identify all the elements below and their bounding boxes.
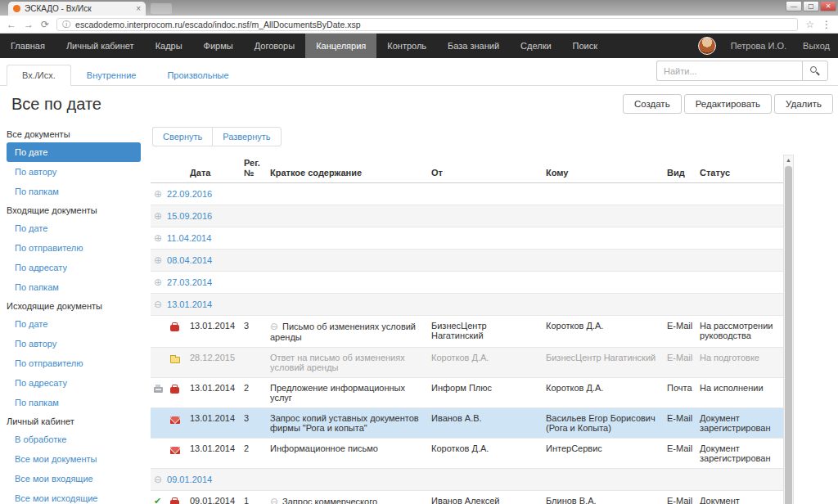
vertical-scrollbar[interactable]: ▲ ▼: [783, 155, 794, 504]
action-button-Создать[interactable]: Создать: [623, 94, 682, 114]
url-field[interactable]: ⓘ escadodemo.interprocom.ru/escado/indoc…: [56, 18, 798, 31]
sidebar-item[interactable]: По адресату: [7, 373, 141, 393]
sidebar-item[interactable]: По отправителю: [7, 353, 141, 373]
nav-item-сделки[interactable]: Сделки: [510, 34, 562, 58]
col-header-subject: Краткое содержание: [267, 155, 428, 183]
doc-row[interactable]: 28.12.2015Ответ на письмо об изменениях …: [151, 348, 783, 378]
sidebar-item[interactable]: По папкам: [7, 182, 141, 201]
scrollbar-thumb[interactable]: [785, 166, 792, 504]
doc-kind-cell: E-Mail: [664, 491, 696, 504]
doc-marker-cell: ✔: [151, 491, 167, 504]
nav-item-поиск[interactable]: Поиск: [562, 34, 608, 58]
group-row[interactable]: ⊖09.01.2014: [151, 469, 783, 491]
expand-group-icon[interactable]: ⊕: [154, 277, 162, 288]
doc-kind-cell: E-Mail: [664, 348, 696, 378]
search-button[interactable]: [802, 61, 828, 81]
tab-Произвольные[interactable]: Произвольные: [151, 65, 244, 86]
doc-status-cell: На подготовке: [696, 348, 783, 378]
doc-from-cell: Иванов Алексей Юрьевич (ИнтерСервис): [428, 491, 543, 504]
sidebar-section-header: Входящие документы: [7, 201, 141, 218]
group-date-link[interactable]: 11.04.2014: [167, 233, 211, 243]
bookmark-star-icon[interactable]: ☆: [805, 19, 814, 30]
sidebar-item[interactable]: По автору: [7, 334, 141, 353]
window-minimize-icon[interactable]: —: [786, 1, 802, 11]
search-input[interactable]: [656, 61, 802, 81]
action-button-Редактировать[interactable]: Редактировать: [684, 94, 772, 114]
tab-Внутренние[interactable]: Внутренние: [71, 65, 152, 86]
nav-item-главная[interactable]: Главная: [0, 34, 56, 58]
doc-subject-text: Предложение информационных услуг: [270, 383, 405, 403]
doc-subject-text: Письмо об изменениях условий аренды: [270, 322, 416, 342]
collapse-group-icon[interactable]: ⊖: [154, 474, 162, 485]
collapse-group-icon[interactable]: ⊖: [154, 299, 162, 310]
window-close-icon[interactable]: ✕: [820, 1, 836, 11]
window-maximize-icon[interactable]: ▢: [803, 1, 819, 11]
collapse-button-Развернуть[interactable]: Развернуть: [212, 127, 281, 146]
sidebar-item[interactable]: Все мои исходящие: [7, 488, 141, 504]
doc-row[interactable]: 13.01.20143Запрос копий уставных докумен…: [151, 408, 783, 439]
expand-group-icon[interactable]: ⊕: [154, 232, 162, 244]
module-tabs-bar: Вх./Исх.ВнутренниеПроизвольные: [0, 58, 838, 86]
collapse-button-Свернуть[interactable]: Свернуть: [152, 127, 212, 146]
tab-Вх./Исх.[interactable]: Вх./Исх.: [7, 65, 71, 86]
sidebar-item[interactable]: По дате: [7, 142, 141, 162]
sidebar-item[interactable]: По папкам: [7, 277, 141, 297]
group-row[interactable]: ⊕27.03.2014: [151, 272, 783, 294]
user-avatar[interactable]: [698, 37, 716, 55]
sidebar-item[interactable]: Все мои входящие: [7, 469, 141, 488]
logout-link[interactable]: Выход: [795, 34, 838, 58]
group-date-link[interactable]: 08.04.2014: [167, 255, 212, 265]
group-date-link[interactable]: 22.09.2016: [167, 189, 212, 199]
group-row[interactable]: ⊖13.01.2014: [151, 294, 783, 316]
col-header-to: Кому: [543, 155, 664, 183]
group-row[interactable]: ⊕11.04.2014: [151, 227, 783, 250]
nav-item-личный-кабинет[interactable]: Личный кабинет: [56, 34, 145, 58]
doc-reg-cell: 3: [241, 316, 267, 348]
sidebar-item[interactable]: В обработке: [7, 430, 141, 449]
tab-close-icon[interactable]: ×: [136, 4, 141, 13]
collapse-thread-icon[interactable]: ⊖: [270, 496, 278, 504]
user-name[interactable]: Петрова И.О.: [723, 34, 795, 58]
site-info-icon[interactable]: ⓘ: [62, 19, 70, 30]
nav-item-кадры[interactable]: Кадры: [145, 34, 193, 58]
back-icon[interactable]: ←: [7, 20, 16, 29]
doc-row[interactable]: ✔09.01.20141⊖Запрос коммерческого предло…: [151, 491, 783, 504]
nav-item-канцелярия[interactable]: Канцелярия: [305, 34, 376, 58]
doc-row[interactable]: 13.01.20142Информационное письмоКоротков…: [151, 439, 783, 469]
doc-row[interactable]: 13.01.20142Предложение информационных ус…: [151, 378, 783, 408]
group-date-link[interactable]: 09.01.2014: [167, 475, 212, 484]
sidebar-item[interactable]: По дате: [7, 314, 141, 334]
sidebar-item[interactable]: Все мои документы: [7, 449, 141, 469]
sidebar-item[interactable]: По папкам: [7, 393, 141, 412]
refresh-icon[interactable]: ⟳: [41, 20, 49, 29]
doc-date-cell: 13.01.2014: [187, 378, 241, 408]
nav-item-договоры[interactable]: Договоры: [244, 34, 305, 58]
sidebar-item[interactable]: По адресату: [7, 258, 141, 277]
expand-group-icon[interactable]: ⊕: [154, 210, 162, 222]
doc-row[interactable]: 13.01.20143⊖Письмо об изменениях условий…: [151, 316, 783, 348]
group-date-link[interactable]: 27.03.2014: [167, 277, 212, 287]
expand-group-icon[interactable]: ⊕: [154, 188, 162, 200]
doc-reg-cell: [241, 348, 267, 378]
doc-subject-cell: Ответ на письмо об изменениях условий ар…: [267, 348, 428, 378]
sidebar-item[interactable]: По дате: [7, 218, 141, 238]
sidebar-item[interactable]: По отправителю: [7, 238, 141, 258]
sidebar-item[interactable]: По автору: [7, 162, 141, 182]
nav-item-контроль[interactable]: Контроль: [376, 34, 437, 58]
browser-menu-icon[interactable]: ⋮: [822, 19, 831, 30]
collapse-thread-icon[interactable]: ⊖: [270, 321, 278, 332]
group-row[interactable]: ⊕15.09.2016: [151, 205, 783, 227]
browser-tab[interactable]: ЭСКАДО - Вх/Иск ×: [8, 2, 146, 16]
forward-icon[interactable]: →: [24, 20, 34, 29]
nav-item-база-знаний[interactable]: База знаний: [437, 34, 510, 58]
group-row[interactable]: ⊕08.04.2014: [151, 250, 783, 272]
scroll-up-icon[interactable]: ▲: [786, 155, 791, 165]
search-icon: [810, 66, 817, 73]
new-tab-button[interactable]: [151, 3, 172, 14]
expand-group-icon[interactable]: ⊕: [154, 254, 162, 266]
group-row[interactable]: ⊕22.09.2016: [151, 183, 783, 205]
group-date-link[interactable]: 15.09.2016: [167, 211, 212, 221]
action-button-Удалить[interactable]: Удалить: [774, 94, 833, 114]
nav-item-фирмы[interactable]: Фирмы: [193, 34, 244, 58]
group-date-link[interactable]: 13.01.2014: [167, 299, 212, 309]
